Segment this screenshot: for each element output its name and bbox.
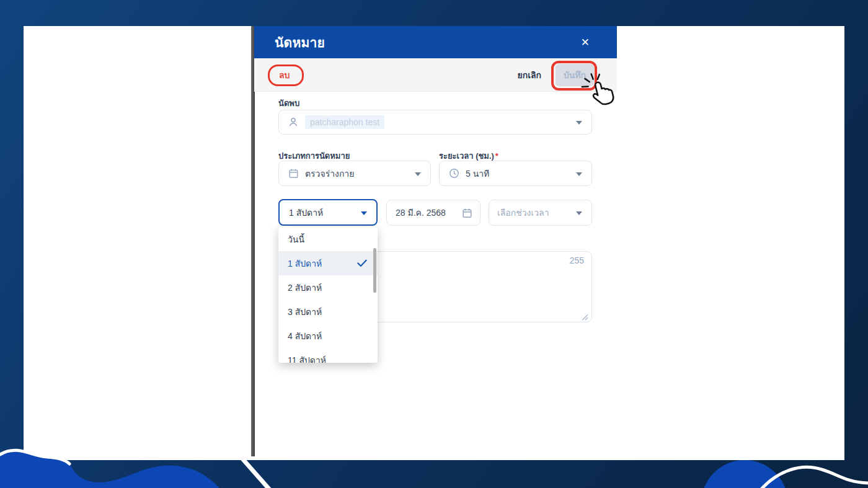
required-asterisk: * [495, 151, 498, 161]
date-input[interactable]: 28 มี.ค. 2568 [386, 200, 480, 226]
dropdown-option-2-weeks[interactable]: 2 สัปดาห์ [278, 275, 378, 299]
appointment-type-value: ตรวจร่างกาย [305, 167, 354, 180]
dropdown-option-11-weeks[interactable]: 11 สัปดาห์ [278, 348, 378, 363]
timerange-select[interactable]: เลือกช่วงเวลา [489, 200, 592, 226]
chevron-down-icon [361, 211, 367, 215]
close-icon[interactable]: ✕ [581, 37, 590, 48]
duration-value: 5 นาที [466, 167, 489, 180]
char-counter: 255 [570, 255, 584, 265]
dropdown-option-today[interactable]: วันนี้ [278, 227, 378, 251]
recurrence-select[interactable]: 1 สัปดาห์ [278, 199, 378, 226]
modal-header: นัดหมาย ✕ [254, 26, 617, 58]
date-value: 28 มี.ค. 2568 [396, 206, 446, 220]
delete-button[interactable]: ลบ [279, 68, 290, 82]
resize-handle-icon[interactable] [582, 312, 588, 319]
chevron-down-icon [576, 211, 582, 215]
appointment-type-select[interactable]: ตรวจร่างกาย [278, 161, 431, 186]
clock-icon [448, 167, 460, 180]
wave-line-right [759, 467, 868, 488]
recurrence-dropdown: วันนี้ 1 สัปดาห์ 2 สัปดาห์ 3 สัปดาห์ 4 ส… [278, 227, 378, 363]
chevron-down-icon [576, 121, 582, 125]
check-icon [356, 257, 368, 269]
dropdown-option-3-weeks[interactable]: 3 สัปดาห์ [278, 299, 378, 324]
calendar-icon[interactable] [461, 206, 473, 219]
save-button[interactable]: บันทึก [556, 64, 594, 86]
app-background: นัดหมาย ✕ ลบ ยกเลิก บันทึก นัดพบ patchar… [0, 0, 868, 488]
calendar-icon [287, 167, 299, 180]
dropdown-scrollbar[interactable] [373, 248, 376, 293]
chevron-down-icon [576, 172, 582, 176]
modal-toolbar: ลบ ยกเลิก บันทึก [254, 58, 617, 92]
modal-title: นัดหมาย [275, 32, 325, 53]
dropdown-option-4-weeks[interactable]: 4 สัปดาห์ [278, 324, 378, 348]
cancel-button[interactable]: ยกเลิก [517, 68, 541, 82]
person-icon [287, 116, 299, 128]
circle-decoration-right [701, 460, 788, 488]
recurrence-value: 1 สัปดาห์ [289, 206, 323, 220]
attendee-value: patcharaphon test [305, 115, 384, 129]
attendee-label: นัดพบ [278, 97, 299, 110]
attendee-select[interactable]: patcharaphon test [278, 110, 592, 135]
dropdown-option-1-week[interactable]: 1 สัปดาห์ [278, 251, 378, 275]
duration-select[interactable]: 5 นาที [439, 161, 592, 186]
timerange-placeholder: เลือกช่วงเวลา [497, 206, 549, 220]
chevron-down-icon [415, 172, 421, 176]
